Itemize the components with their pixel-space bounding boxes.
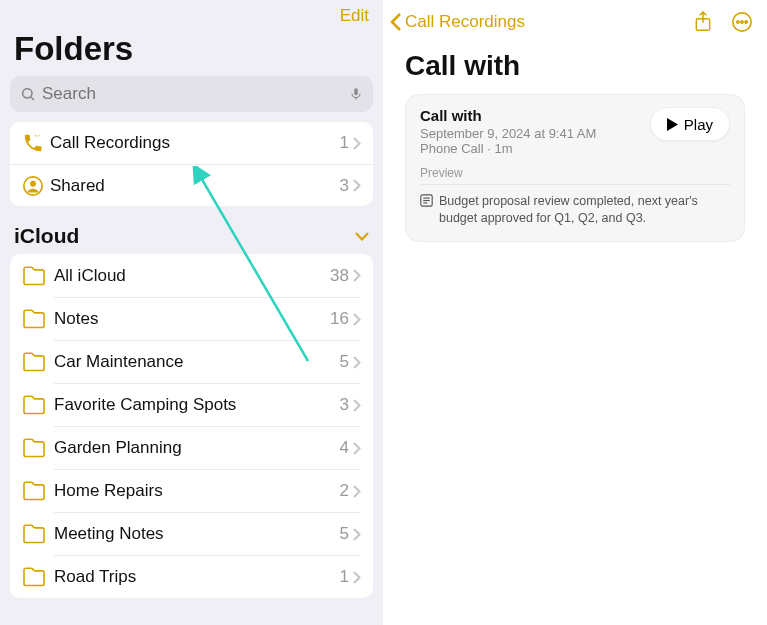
folder-count: 5 <box>340 352 349 372</box>
folder-count: 3 <box>340 395 349 415</box>
search-icon <box>20 86 36 102</box>
folder-row[interactable]: Favorite Camping Spots3 <box>10 383 373 426</box>
share-icon[interactable] <box>693 11 713 33</box>
chevron-right-icon <box>353 313 361 326</box>
person-icon <box>22 175 50 197</box>
folder-count: 1 <box>340 133 349 153</box>
svg-marker-11 <box>667 118 678 131</box>
folder-row[interactable]: Home Repairs2 <box>10 469 373 512</box>
back-label: Call Recordings <box>405 12 525 32</box>
folder-icon <box>22 481 54 501</box>
folder-label: Home Repairs <box>54 481 340 501</box>
folder-row-call-recordings[interactable]: Call Recordings 1 <box>10 122 373 164</box>
note-detail: Call Recordings Call with Call with Sept… <box>383 0 767 625</box>
svg-point-8 <box>737 21 739 23</box>
folder-label: All iCloud <box>54 266 330 286</box>
folder-label: Call Recordings <box>50 133 340 153</box>
folder-label: Garden Planning <box>54 438 340 458</box>
folder-count: 38 <box>330 266 349 286</box>
svg-rect-2 <box>354 88 358 95</box>
folder-count: 2 <box>340 481 349 501</box>
chevron-right-icon <box>353 269 361 282</box>
edit-button[interactable]: Edit <box>340 6 369 26</box>
back-button[interactable]: Call Recordings <box>389 12 525 32</box>
folder-icon <box>22 524 54 544</box>
note-title: Call with <box>383 42 767 94</box>
folder-count: 5 <box>340 524 349 544</box>
folder-row[interactable]: Car Maintenance5 <box>10 340 373 383</box>
chevron-right-icon <box>353 179 361 192</box>
folder-icon <box>22 266 54 286</box>
summary-icon <box>420 194 433 227</box>
folder-icon <box>22 395 54 415</box>
more-icon[interactable] <box>731 11 753 33</box>
folder-label: Notes <box>54 309 330 329</box>
svg-point-10 <box>745 21 747 23</box>
folder-label: Road Trips <box>54 567 340 587</box>
call-recording-icon <box>22 132 50 154</box>
folder-row[interactable]: Garden Planning4 <box>10 426 373 469</box>
play-button[interactable]: Play <box>650 107 730 141</box>
folder-label: Favorite Camping Spots <box>54 395 340 415</box>
folder-count: 16 <box>330 309 349 329</box>
folder-label: Meeting Notes <box>54 524 340 544</box>
folder-icon <box>22 309 54 329</box>
folder-row[interactable]: Notes16 <box>10 297 373 340</box>
svg-point-9 <box>741 21 743 23</box>
chevron-right-icon <box>353 571 361 584</box>
folder-icon <box>22 438 54 458</box>
folder-icon <box>22 567 54 587</box>
section-title: iCloud <box>14 224 79 248</box>
chevron-down-icon[interactable] <box>355 232 369 241</box>
folder-row-shared[interactable]: Shared 3 <box>10 164 373 206</box>
chevron-right-icon <box>353 137 361 150</box>
recording-title: Call with <box>420 107 640 124</box>
chevron-right-icon <box>353 442 361 455</box>
search-field[interactable] <box>10 76 373 112</box>
folder-row[interactable]: Road Trips1 <box>10 555 373 598</box>
folder-label: Car Maintenance <box>54 352 340 372</box>
folder-count: 1 <box>340 567 349 587</box>
play-icon <box>667 118 678 131</box>
preview-label: Preview <box>420 166 730 180</box>
recording-date: September 9, 2024 at 9:41 AM <box>420 126 640 141</box>
page-title: Folders <box>0 28 383 76</box>
smart-folders-group: Call Recordings 1 Shared 3 <box>10 122 373 206</box>
svg-line-1 <box>31 97 34 100</box>
search-input[interactable] <box>36 84 349 104</box>
folder-row[interactable]: All iCloud38 <box>10 254 373 297</box>
folder-row[interactable]: Meeting Notes5 <box>10 512 373 555</box>
svg-point-5 <box>30 180 36 186</box>
chevron-right-icon <box>353 485 361 498</box>
sidebar: Edit Folders Call Recordings 1 <box>0 0 383 625</box>
mic-icon[interactable] <box>349 85 363 103</box>
call-recording-card[interactable]: Call with September 9, 2024 at 9:41 AM P… <box>405 94 745 242</box>
folder-count: 4 <box>340 438 349 458</box>
summary-text: Budget proposal review completed, next y… <box>439 193 730 227</box>
icloud-folders-group: All iCloud38Notes16Car Maintenance5Favor… <box>10 254 373 598</box>
section-header-icloud[interactable]: iCloud <box>0 206 383 254</box>
folder-count: 3 <box>340 176 349 196</box>
chevron-right-icon <box>353 399 361 412</box>
chevron-right-icon <box>353 528 361 541</box>
svg-point-0 <box>23 89 32 98</box>
recording-meta: Phone Call · 1m <box>420 141 640 156</box>
chevron-right-icon <box>353 356 361 369</box>
folder-label: Shared <box>50 176 340 196</box>
play-label: Play <box>684 116 713 133</box>
folder-icon <box>22 352 54 372</box>
